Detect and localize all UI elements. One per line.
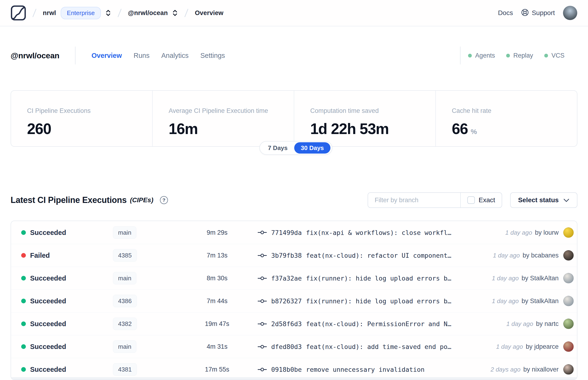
commit-hash[interactable]: f37a32ae bbox=[271, 275, 302, 282]
row-duration: 9m 29s bbox=[187, 229, 248, 236]
branch-badge[interactable]: main bbox=[113, 226, 136, 239]
stat-value: 1d 22h 53m bbox=[310, 120, 389, 137]
row-commit[interactable]: f37a32ae fix(runner): hide log upload er… bbox=[258, 275, 451, 282]
nx-cloud-logo-icon[interactable] bbox=[11, 5, 26, 21]
enterprise-badge: Enterprise bbox=[61, 7, 101, 19]
row-commit[interactable]: 771499da fix(nx-api & workflows): close … bbox=[258, 229, 451, 236]
table-row[interactable]: Succeeded 4386 7m 44s b8726327 fix(runne… bbox=[11, 289, 577, 312]
avatar[interactable] bbox=[563, 342, 574, 352]
chevron-down-icon bbox=[563, 196, 569, 204]
row-author: by jdpearce bbox=[526, 343, 559, 350]
stat-average-execution-time: Average CI Pipeline Execution time 16m bbox=[152, 91, 294, 146]
status-dot-icon bbox=[21, 276, 26, 281]
commit-message: feat(nx-cloud): add time-saved end po… bbox=[306, 343, 451, 350]
indicator-replay[interactable]: Replay bbox=[506, 52, 533, 59]
exact-toggle[interactable]: Exact bbox=[460, 193, 502, 208]
stat-label: Computation time saved bbox=[310, 107, 435, 114]
git-commit-icon bbox=[258, 367, 267, 372]
row-status: Succeeded bbox=[30, 366, 66, 373]
row-duration: 7m 44s bbox=[187, 298, 248, 305]
status-dot-icon bbox=[21, 253, 26, 258]
row-author: by StalkAltan bbox=[521, 275, 559, 282]
row-commit[interactable]: 0918b0be remove unnecessary invalidation bbox=[258, 366, 425, 373]
row-status: Succeeded bbox=[30, 297, 66, 305]
stat-label: CI Pipeline Executions bbox=[27, 107, 152, 114]
row-commit[interactable]: b8726327 fix(runner): hide log upload er… bbox=[258, 298, 451, 305]
avatar[interactable] bbox=[563, 228, 574, 238]
breadcrumb-page: Overview bbox=[195, 9, 224, 17]
table-row[interactable]: Succeeded 4382 19m 47s 2d58f6d3 feat(nx-… bbox=[11, 312, 577, 335]
tab-runs[interactable]: Runs bbox=[133, 52, 150, 59]
branch-badge[interactable]: 4385 bbox=[113, 249, 137, 262]
branch-badge[interactable]: main bbox=[113, 272, 136, 285]
help-icon[interactable]: ? bbox=[160, 196, 168, 204]
top-bar: nrwl Enterprise @nrwl/ocean Overview Doc… bbox=[0, 0, 588, 26]
commit-hash[interactable]: b8726327 bbox=[271, 298, 302, 305]
branch-filter-input[interactable] bbox=[368, 193, 460, 208]
tab-settings[interactable]: Settings bbox=[200, 52, 225, 59]
git-commit-icon bbox=[258, 230, 267, 235]
row-status: Succeeded bbox=[30, 343, 66, 351]
avatar[interactable] bbox=[563, 250, 574, 261]
cipes-filters: Exact Select status bbox=[368, 192, 577, 208]
row-commit[interactable]: 2d58f6d3 feat(nx-cloud): PermissionError… bbox=[258, 320, 451, 327]
avatar[interactable] bbox=[563, 319, 574, 329]
breadcrumb-workspace[interactable]: @nrwl/ocean bbox=[128, 9, 168, 17]
cipes-section-header: Latest CI Pipeline Executions (CIPEs) ? … bbox=[11, 192, 577, 208]
status-select-dropdown[interactable]: Select status bbox=[510, 192, 577, 208]
next-row-peek bbox=[11, 378, 577, 380]
green-status-dot-icon bbox=[468, 54, 472, 57]
row-duration: 17m 55s bbox=[187, 366, 248, 373]
commit-hash[interactable]: 771499da bbox=[271, 229, 302, 236]
stat-value: 66 bbox=[452, 120, 468, 137]
workspace-selector-chevron-icon[interactable] bbox=[172, 9, 178, 17]
row-status: Succeeded bbox=[30, 274, 66, 282]
workspace-tabs: Overview Runs Analytics Settings bbox=[92, 52, 225, 59]
range-30-days-button[interactable]: 30 Days bbox=[294, 142, 330, 153]
range-7-days-button[interactable]: 7 Days bbox=[261, 144, 294, 152]
commit-hash[interactable]: dfed80d3 bbox=[271, 343, 302, 350]
workspace-title: @nrwl/ocean bbox=[11, 51, 59, 60]
branch-badge[interactable]: 4381 bbox=[113, 363, 137, 376]
branch-badge[interactable]: main bbox=[113, 341, 136, 353]
branch-badge[interactable]: 4386 bbox=[113, 295, 137, 307]
row-commit[interactable]: 3b79fb38 feat(nx-cloud): refactor UI com… bbox=[258, 252, 451, 259]
stat-value: 16m bbox=[169, 120, 198, 137]
breadcrumb-org[interactable]: nrwl bbox=[43, 9, 56, 17]
commit-hash[interactable]: 0918b0be bbox=[271, 366, 302, 373]
commit-hash[interactable]: 3b79fb38 bbox=[271, 252, 302, 259]
stat-computation-time-saved: Computation time saved 1d 22h 53m bbox=[294, 91, 435, 146]
row-meta: 1 day ago by jdpearce bbox=[496, 343, 559, 350]
cipe-table-body: Succeeded main 9m 29s 771499da fix(nx-ap… bbox=[11, 221, 577, 380]
avatar[interactable] bbox=[563, 273, 574, 283]
row-meta: 1 day ago by lourw bbox=[505, 229, 559, 236]
commit-message: fix(nx-api & workflows): close workfl… bbox=[306, 229, 451, 236]
indicator-agents[interactable]: Agents bbox=[468, 52, 495, 59]
user-avatar[interactable] bbox=[563, 6, 577, 20]
table-row[interactable]: Succeeded main 8m 30s f37a32ae fix(runne… bbox=[11, 267, 577, 289]
row-status: Succeeded bbox=[30, 228, 66, 236]
table-row[interactable]: Succeeded main 9m 29s 771499da fix(nx-ap… bbox=[11, 221, 577, 244]
branch-badge[interactable]: 4382 bbox=[113, 318, 137, 330]
tab-analytics[interactable]: Analytics bbox=[161, 52, 189, 59]
table-row[interactable]: Failed 4385 7m 13s 3b79fb38 feat(nx-clou… bbox=[11, 244, 577, 267]
git-commit-icon bbox=[258, 276, 267, 280]
commit-hash[interactable]: 2d58f6d3 bbox=[271, 320, 302, 327]
docs-link[interactable]: Docs bbox=[498, 9, 513, 17]
avatar[interactable] bbox=[563, 296, 574, 306]
row-duration: 8m 30s bbox=[187, 275, 248, 282]
row-commit[interactable]: dfed80d3 feat(nx-cloud): add time-saved … bbox=[258, 343, 451, 350]
avatar[interactable] bbox=[563, 364, 574, 375]
row-duration: 7m 13s bbox=[187, 252, 248, 259]
exact-checkbox[interactable] bbox=[467, 196, 475, 204]
indicator-vcs[interactable]: VCS bbox=[544, 52, 565, 59]
table-row[interactable]: Succeeded 4381 17m 55s 0918b0be remove u… bbox=[11, 358, 577, 380]
table-row[interactable]: Succeeded main 4m 31s dfed80d3 feat(nx-c… bbox=[11, 335, 577, 358]
row-meta: 1 day ago by StalkAltan bbox=[492, 298, 559, 305]
tab-overview[interactable]: Overview bbox=[92, 52, 122, 59]
org-selector-chevron-icon[interactable] bbox=[105, 9, 111, 17]
support-link[interactable]: Support bbox=[521, 8, 555, 18]
breadcrumb-slash bbox=[33, 9, 37, 17]
row-meta: 1 day ago by StalkAltan bbox=[492, 275, 559, 282]
workspace-bar: @nrwl/ocean Overview Runs Analytics Sett… bbox=[0, 45, 588, 66]
